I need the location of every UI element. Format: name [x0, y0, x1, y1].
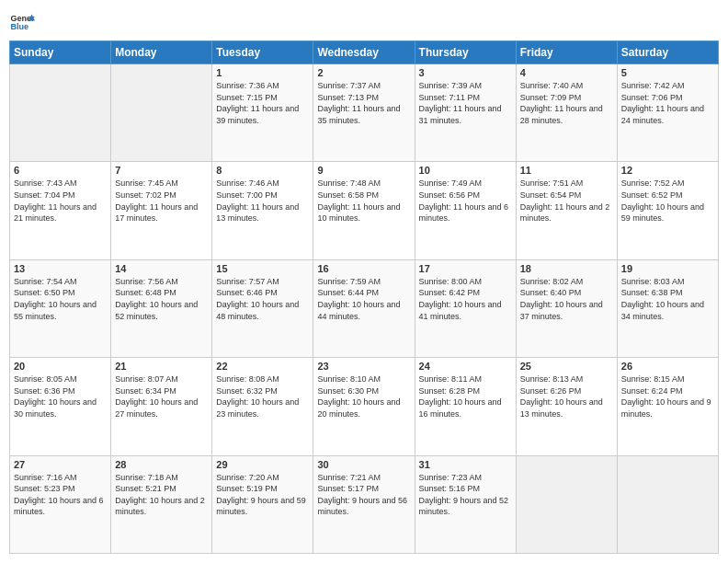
calendar-cell: 29Sunrise: 7:20 AM Sunset: 5:19 PM Dayli…	[212, 455, 313, 553]
day-number: 12	[621, 165, 714, 176]
day-number: 3	[419, 67, 512, 78]
day-number: 21	[115, 361, 208, 372]
calendar-cell: 3Sunrise: 7:39 AM Sunset: 7:11 PM Daylig…	[415, 64, 516, 162]
calendar-cell: 17Sunrise: 8:00 AM Sunset: 6:42 PM Dayli…	[415, 259, 516, 357]
calendar-cell: 27Sunrise: 7:16 AM Sunset: 5:23 PM Dayli…	[10, 455, 111, 553]
page: General Blue SundayMondayTuesdayWednesda…	[0, 0, 728, 563]
day-number: 10	[419, 165, 512, 176]
day-number: 15	[216, 263, 309, 274]
calendar-cell: 24Sunrise: 8:11 AM Sunset: 6:28 PM Dayli…	[415, 358, 516, 455]
calendar-cell: 16Sunrise: 7:59 AM Sunset: 6:44 PM Dayli…	[313, 259, 415, 357]
day-info: Sunrise: 8:02 AM Sunset: 6:40 PM Dayligh…	[520, 276, 613, 322]
day-number: 13	[14, 263, 107, 274]
day-number: 17	[419, 263, 512, 274]
calendar-cell: 30Sunrise: 7:21 AM Sunset: 5:17 PM Dayli…	[313, 455, 415, 553]
day-info: Sunrise: 7:42 AM Sunset: 7:06 PM Dayligh…	[621, 80, 714, 126]
day-number: 28	[115, 459, 208, 470]
day-info: Sunrise: 7:18 AM Sunset: 5:21 PM Dayligh…	[115, 472, 208, 518]
day-info: Sunrise: 8:11 AM Sunset: 6:28 PM Dayligh…	[419, 373, 512, 419]
day-info: Sunrise: 7:56 AM Sunset: 6:48 PM Dayligh…	[115, 276, 208, 322]
day-number: 8	[216, 165, 309, 176]
calendar-cell: 22Sunrise: 8:08 AM Sunset: 6:32 PM Dayli…	[212, 358, 313, 455]
day-number: 24	[419, 361, 512, 372]
day-number: 4	[520, 67, 613, 78]
day-info: Sunrise: 7:49 AM Sunset: 6:56 PM Dayligh…	[419, 178, 512, 224]
calendar-cell	[617, 455, 718, 553]
day-number: 5	[621, 67, 714, 78]
day-number: 14	[115, 263, 208, 274]
calendar-cell	[111, 64, 212, 162]
day-info: Sunrise: 8:07 AM Sunset: 6:34 PM Dayligh…	[115, 373, 208, 419]
day-number: 18	[520, 263, 613, 274]
day-info: Sunrise: 8:13 AM Sunset: 6:26 PM Dayligh…	[520, 373, 613, 419]
day-info: Sunrise: 7:46 AM Sunset: 7:00 PM Dayligh…	[216, 178, 309, 224]
calendar-cell: 10Sunrise: 7:49 AM Sunset: 6:56 PM Dayli…	[415, 162, 516, 259]
calendar-cell: 18Sunrise: 8:02 AM Sunset: 6:40 PM Dayli…	[516, 259, 617, 357]
day-info: Sunrise: 7:52 AM Sunset: 6:52 PM Dayligh…	[621, 178, 714, 224]
calendar-cell: 6Sunrise: 7:43 AM Sunset: 7:04 PM Daylig…	[10, 162, 111, 259]
day-info: Sunrise: 7:43 AM Sunset: 7:04 PM Dayligh…	[14, 178, 107, 224]
day-number: 31	[419, 459, 512, 470]
day-number: 22	[216, 361, 309, 372]
calendar-cell: 1Sunrise: 7:36 AM Sunset: 7:15 PM Daylig…	[212, 64, 313, 162]
day-number: 9	[317, 165, 410, 176]
calendar-cell: 5Sunrise: 7:42 AM Sunset: 7:06 PM Daylig…	[617, 64, 718, 162]
day-info: Sunrise: 7:16 AM Sunset: 5:23 PM Dayligh…	[14, 472, 107, 518]
day-number: 1	[216, 67, 309, 78]
calendar-table: SundayMondayTuesdayWednesdayThursdayFrid…	[9, 40, 719, 554]
day-info: Sunrise: 7:45 AM Sunset: 7:02 PM Dayligh…	[115, 178, 208, 224]
weekday-header: Friday	[516, 41, 617, 64]
day-info: Sunrise: 7:59 AM Sunset: 6:44 PM Dayligh…	[317, 276, 410, 322]
day-info: Sunrise: 8:10 AM Sunset: 6:30 PM Dayligh…	[317, 373, 410, 419]
calendar-cell: 2Sunrise: 7:37 AM Sunset: 7:13 PM Daylig…	[313, 64, 415, 162]
calendar-cell: 23Sunrise: 8:10 AM Sunset: 6:30 PM Dayli…	[313, 358, 415, 455]
calendar-cell: 8Sunrise: 7:46 AM Sunset: 7:00 PM Daylig…	[212, 162, 313, 259]
calendar-cell: 14Sunrise: 7:56 AM Sunset: 6:48 PM Dayli…	[111, 259, 212, 357]
calendar-cell: 25Sunrise: 8:13 AM Sunset: 6:26 PM Dayli…	[516, 358, 617, 455]
calendar-cell: 13Sunrise: 7:54 AM Sunset: 6:50 PM Dayli…	[10, 259, 111, 357]
day-info: Sunrise: 8:00 AM Sunset: 6:42 PM Dayligh…	[419, 276, 512, 322]
day-info: Sunrise: 7:37 AM Sunset: 7:13 PM Dayligh…	[317, 80, 410, 126]
day-info: Sunrise: 8:08 AM Sunset: 6:32 PM Dayligh…	[216, 373, 309, 419]
calendar-cell: 4Sunrise: 7:40 AM Sunset: 7:09 PM Daylig…	[516, 64, 617, 162]
day-info: Sunrise: 7:54 AM Sunset: 6:50 PM Dayligh…	[14, 276, 107, 322]
day-number: 7	[115, 165, 208, 176]
calendar-cell: 11Sunrise: 7:51 AM Sunset: 6:54 PM Dayli…	[516, 162, 617, 259]
weekday-header: Monday	[111, 41, 212, 64]
weekday-header: Tuesday	[212, 41, 313, 64]
day-number: 2	[317, 67, 410, 78]
day-number: 16	[317, 263, 410, 274]
calendar-cell: 12Sunrise: 7:52 AM Sunset: 6:52 PM Dayli…	[617, 162, 718, 259]
logo-icon: General Blue	[9, 9, 35, 35]
day-info: Sunrise: 7:23 AM Sunset: 5:16 PM Dayligh…	[419, 472, 512, 518]
day-info: Sunrise: 8:15 AM Sunset: 6:24 PM Dayligh…	[621, 373, 714, 419]
day-number: 29	[216, 459, 309, 470]
calendar-cell	[10, 64, 111, 162]
calendar-cell: 20Sunrise: 8:05 AM Sunset: 6:36 PM Dayli…	[10, 358, 111, 455]
weekday-header: Wednesday	[313, 41, 415, 64]
calendar-cell	[516, 455, 617, 553]
calendar-cell: 7Sunrise: 7:45 AM Sunset: 7:02 PM Daylig…	[111, 162, 212, 259]
calendar-cell: 21Sunrise: 8:07 AM Sunset: 6:34 PM Dayli…	[111, 358, 212, 455]
weekday-header: Sunday	[10, 41, 111, 64]
day-info: Sunrise: 7:36 AM Sunset: 7:15 PM Dayligh…	[216, 80, 309, 126]
weekday-header: Thursday	[415, 41, 516, 64]
day-info: Sunrise: 7:48 AM Sunset: 6:58 PM Dayligh…	[317, 178, 410, 224]
logo: General Blue	[9, 9, 39, 35]
day-info: Sunrise: 7:40 AM Sunset: 7:09 PM Dayligh…	[520, 80, 613, 126]
day-number: 19	[621, 263, 714, 274]
calendar-cell: 19Sunrise: 8:03 AM Sunset: 6:38 PM Dayli…	[617, 259, 718, 357]
day-info: Sunrise: 8:05 AM Sunset: 6:36 PM Dayligh…	[14, 373, 107, 419]
day-info: Sunrise: 7:39 AM Sunset: 7:11 PM Dayligh…	[419, 80, 512, 126]
day-number: 6	[14, 165, 107, 176]
day-info: Sunrise: 7:20 AM Sunset: 5:19 PM Dayligh…	[216, 472, 309, 518]
day-number: 30	[317, 459, 410, 470]
calendar-cell: 15Sunrise: 7:57 AM Sunset: 6:46 PM Dayli…	[212, 259, 313, 357]
calendar-cell: 9Sunrise: 7:48 AM Sunset: 6:58 PM Daylig…	[313, 162, 415, 259]
day-number: 11	[520, 165, 613, 176]
day-number: 25	[520, 361, 613, 372]
calendar-cell: 31Sunrise: 7:23 AM Sunset: 5:16 PM Dayli…	[415, 455, 516, 553]
day-info: Sunrise: 7:57 AM Sunset: 6:46 PM Dayligh…	[216, 276, 309, 322]
weekday-header: Saturday	[617, 41, 718, 64]
day-info: Sunrise: 7:51 AM Sunset: 6:54 PM Dayligh…	[520, 178, 613, 224]
